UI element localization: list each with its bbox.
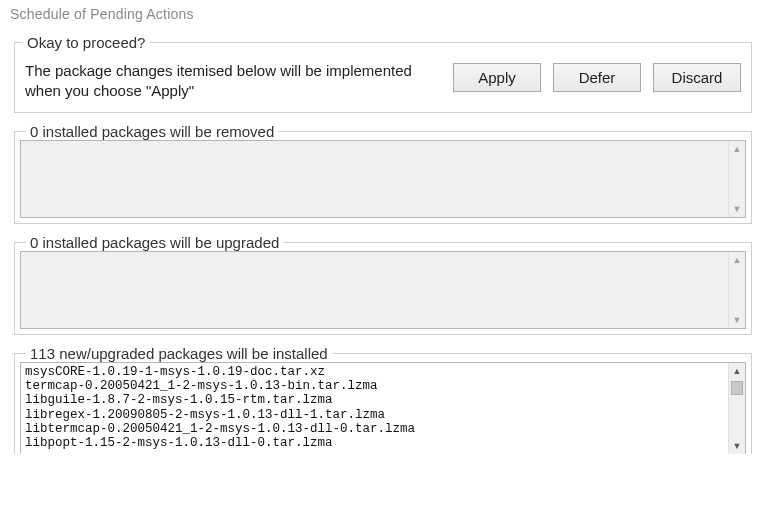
list-item[interactable]: libregex-1.20090805-2-msys-1.0.13-dll-1.…: [25, 408, 724, 422]
upgrade-list-inner: [21, 252, 728, 328]
scroll-thumb[interactable]: [731, 381, 743, 395]
upgrade-scrollbar: ▲ ▼: [728, 252, 745, 328]
scroll-down-icon[interactable]: ▼: [733, 438, 742, 454]
upgrade-list: ▲ ▼: [20, 251, 746, 329]
prompt-heading: Okay to proceed?: [23, 34, 149, 51]
list-item[interactable]: msysCORE-1.0.19-1-msys-1.0.19-doc.tar.xz: [25, 365, 724, 379]
install-legend: 113 new/upgraded packages will be instal…: [26, 345, 332, 362]
scroll-up-icon[interactable]: ▲: [733, 363, 742, 379]
remove-scrollbar: ▲ ▼: [728, 141, 745, 217]
install-group: 113 new/upgraded packages will be instal…: [14, 345, 752, 454]
discard-button[interactable]: Discard: [653, 63, 741, 92]
install-list-inner: msysCORE-1.0.19-1-msys-1.0.19-doc.tar.xz…: [21, 363, 728, 454]
list-item[interactable]: libtermcap-0.20050421_1-2-msys-1.0.13-dl…: [25, 422, 724, 436]
remove-legend: 0 installed packages will be removed: [26, 123, 278, 140]
apply-button[interactable]: Apply: [453, 63, 541, 92]
list-item[interactable]: libguile-1.8.7-2-msys-1.0.15-rtm.tar.lzm…: [25, 393, 724, 407]
pending-actions-window: Schedule of Pending Actions Okay to proc…: [0, 0, 766, 510]
list-item[interactable]: termcap-0.20050421_1-2-msys-1.0.13-bin.t…: [25, 379, 724, 393]
remove-list: ▲ ▼: [20, 140, 746, 218]
defer-button[interactable]: Defer: [553, 63, 641, 92]
dialog-title: Schedule of Pending Actions: [0, 0, 766, 28]
prompt-body: The package changes itemised below will …: [25, 59, 435, 102]
list-item[interactable]: libpopt-1.15-2-msys-1.0.13-dll-0.tar.lzm…: [25, 436, 724, 450]
dialog-content: Okay to proceed? The package changes ite…: [0, 28, 766, 462]
prompt-group: Okay to proceed? The package changes ite…: [14, 34, 752, 113]
scroll-up-icon: ▲: [733, 141, 742, 157]
remove-list-inner: [21, 141, 728, 217]
scroll-down-icon: ▼: [733, 312, 742, 328]
upgrade-legend: 0 installed packages will be upgraded: [26, 234, 283, 251]
scroll-down-icon: ▼: [733, 201, 742, 217]
remove-group: 0 installed packages will be removed ▲ ▼: [14, 123, 752, 224]
upgrade-group: 0 installed packages will be upgraded ▲ …: [14, 234, 752, 335]
button-row: Apply Defer Discard: [453, 59, 741, 92]
install-scrollbar[interactable]: ▲ ▼: [728, 363, 745, 454]
prompt-row: The package changes itemised below will …: [25, 59, 741, 102]
install-list[interactable]: msysCORE-1.0.19-1-msys-1.0.19-doc.tar.xz…: [20, 362, 746, 454]
scroll-up-icon: ▲: [733, 252, 742, 268]
